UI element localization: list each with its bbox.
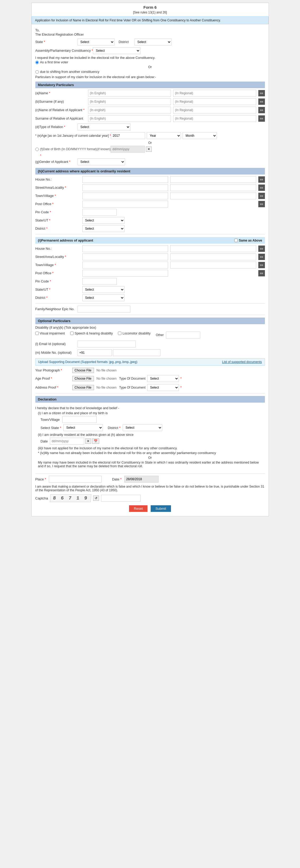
perm-town-input2[interactable] — [170, 261, 256, 269]
name-english-input[interactable] — [88, 90, 171, 97]
surname-regional-btn[interactable]: ≡≡ — [258, 98, 265, 105]
declaration-state-select[interactable]: Select — [63, 424, 103, 431]
current-house-input2[interactable] — [170, 176, 256, 183]
name-regional-input[interactable] — [173, 90, 256, 97]
district-select[interactable]: Select — [135, 38, 171, 45]
reset-button[interactable]: Reset — [129, 505, 147, 512]
relative-surname-regional-input[interactable] — [173, 115, 256, 122]
declaration-i: (i) I am a citizen of India and place of… — [38, 411, 265, 415]
perm-po-row: Post Office * ≡≡ — [35, 270, 265, 277]
address-proof-type-select[interactable]: Select — [147, 384, 179, 391]
first-time-voter-radio[interactable]: As a first time voter — [35, 60, 265, 64]
perm-house-label: House No.: — [35, 247, 80, 250]
mobile-prefix-input[interactable] — [77, 349, 112, 356]
perm-po-regional-btn[interactable]: ≡≡ — [258, 270, 265, 276]
place-input[interactable] — [49, 476, 102, 483]
declaration-district-select[interactable]: Select — [123, 424, 162, 431]
declaration-date-input[interactable] — [50, 438, 84, 444]
current-street-input1[interactable] — [82, 184, 168, 191]
current-po-input1[interactable] — [82, 200, 168, 208]
declaration-date-clear-btn[interactable]: ✕ — [85, 438, 91, 444]
perm-district-select[interactable]: Select — [82, 294, 125, 301]
type-of-relation-select[interactable]: Select — [77, 124, 130, 130]
other-disability-input[interactable] — [166, 332, 200, 338]
photo-label: Your Photograph * — [35, 369, 70, 372]
date-input[interactable] — [124, 476, 159, 483]
submit-button[interactable]: Submit — [151, 505, 171, 512]
perm-town-regional-btn[interactable]: ≡≡ — [258, 262, 265, 268]
captcha-refresh-btn[interactable]: ↺ — [93, 496, 99, 501]
family-epic-row: Family/Neighbour Epic No. — [35, 306, 265, 313]
relative-name-regional-btn[interactable]: ≡≡ — [258, 107, 265, 113]
perm-pin-input[interactable] — [82, 278, 116, 285]
current-district-label: District * — [35, 227, 80, 230]
current-po-regional-btn[interactable]: ≡≡ — [258, 201, 265, 207]
captcha-input[interactable] — [101, 495, 141, 502]
shifting-input[interactable] — [35, 70, 39, 74]
perm-street-input1[interactable] — [82, 253, 168, 260]
visual-disability-checkbox[interactable] — [35, 332, 39, 335]
perm-state-select[interactable]: Select — [82, 286, 125, 293]
family-epic-input[interactable] — [77, 306, 130, 313]
current-state-select[interactable]: Select — [82, 217, 125, 224]
assembly-select[interactable]: Select — [93, 47, 140, 54]
relative-surname-regional-btn[interactable]: ≡≡ — [258, 115, 265, 122]
surname-english-input[interactable] — [88, 98, 171, 105]
current-street-regional-btn[interactable]: ≡≡ — [258, 185, 265, 191]
current-town-input2[interactable] — [170, 192, 256, 199]
relative-name-english-input[interactable] — [88, 107, 171, 114]
declaration-town-input[interactable] — [62, 416, 97, 423]
state-select[interactable]: Select — [77, 38, 114, 45]
current-street-input2[interactable] — [170, 184, 256, 191]
locomotor-disability-checkbox[interactable] — [118, 332, 121, 335]
perm-house-input1[interactable] — [82, 245, 168, 252]
same-as-above-checkbox[interactable] — [234, 239, 238, 242]
relative-surname-row: Surname of Relative of Applicant ≡≡ — [35, 115, 265, 122]
age-label: * (e)Age [as on 1st January of current c… — [35, 134, 111, 137]
age-month-select[interactable]: Month — [182, 132, 217, 139]
age-proof-choose-file-btn[interactable]: Choose File — [72, 376, 94, 381]
current-district-select[interactable]: Select — [82, 225, 125, 232]
current-house-input1[interactable] — [82, 176, 168, 183]
perm-town-input1[interactable] — [82, 261, 168, 269]
locomotor-disability-label[interactable]: Locomotor disability — [118, 332, 151, 335]
perm-po-input1[interactable] — [82, 270, 168, 277]
particulars-text: Particulars in support of my claim for i… — [35, 75, 265, 79]
speech-disability-checkbox[interactable] — [70, 332, 74, 335]
age-year-input[interactable] — [111, 132, 145, 139]
surname-regional-input[interactable] — [173, 98, 256, 105]
shifting-radio[interactable]: due to shifting from another constituenc… — [35, 70, 265, 74]
same-as-above-label[interactable]: Same as Above — [234, 239, 262, 242]
current-po-label: Post Office * — [35, 202, 80, 206]
current-town-regional-btn[interactable]: ≡≡ — [258, 193, 265, 199]
perm-street-regional-btn[interactable]: ≡≡ — [258, 254, 265, 260]
perm-street-input2[interactable] — [170, 253, 256, 260]
first-time-voter-input[interactable] — [35, 61, 39, 64]
relative-name-regional-input[interactable] — [173, 107, 256, 114]
current-house-regional-btn[interactable]: ≡≡ — [258, 176, 265, 183]
speech-disability-label[interactable]: Speech & hearing disability — [70, 332, 113, 335]
current-town-input1[interactable] — [82, 192, 168, 199]
dob-radio[interactable] — [35, 148, 39, 151]
district-label: District — [119, 40, 135, 44]
current-pin-input[interactable] — [82, 209, 116, 216]
visual-disability-label[interactable]: Visual impairment — [35, 332, 65, 335]
address-proof-choose-file-btn[interactable]: Choose File — [72, 385, 94, 390]
perm-house-regional-btn[interactable]: ≡≡ — [258, 246, 265, 252]
dob-input[interactable] — [110, 146, 145, 153]
dob-clear-btn[interactable]: ✕ — [146, 147, 152, 152]
age-year-select[interactable]: Year — [147, 132, 181, 139]
name-regional-btn[interactable]: ≡≡ — [258, 90, 265, 96]
mobile-number-input[interactable] — [113, 349, 160, 356]
gender-select[interactable]: Select — [77, 158, 125, 165]
declaration-date-calendar-btn[interactable]: 📅 — [92, 438, 99, 444]
age-proof-type-select[interactable]: Select — [147, 375, 179, 382]
declaration-content: I hereby declare that to the best of kno… — [35, 404, 265, 471]
upload-docs-link[interactable]: List of supported documents — [222, 360, 262, 364]
relative-surname-english-input[interactable] — [88, 115, 171, 122]
photo-choose-file-btn[interactable]: Choose File — [72, 368, 94, 373]
perm-house-input2[interactable] — [170, 245, 256, 252]
name-row: (a)Name * ≡≡ — [35, 90, 265, 97]
email-input[interactable] — [77, 341, 136, 347]
permanent-address-header: (i)Permanent address of applicant Same a… — [35, 237, 265, 244]
